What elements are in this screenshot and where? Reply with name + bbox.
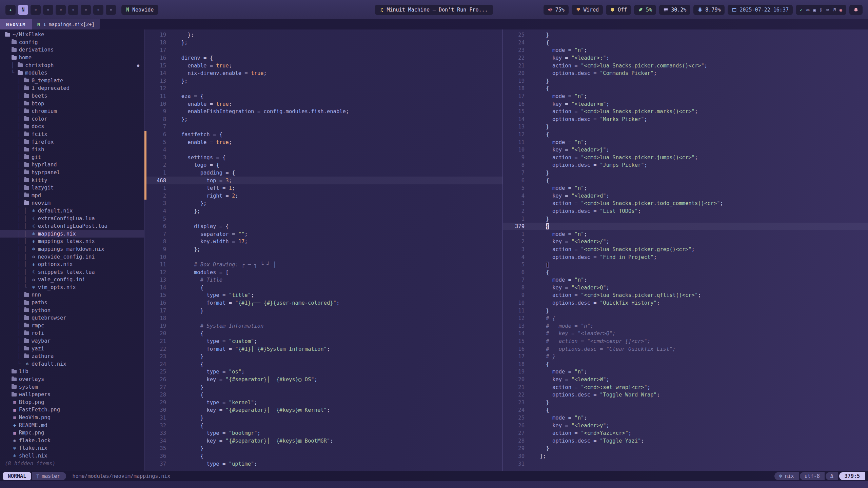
code-line[interactable]: 20 { [144, 330, 502, 338]
code-line[interactable]: 7 } [503, 169, 868, 177]
code-line[interactable]: 1 left = 1; [144, 184, 502, 192]
code-line[interactable]: 21 type = "custom"; [144, 338, 502, 345]
tree-item-kitty[interactable]: │ kitty [0, 176, 144, 184]
tree-item-zathura[interactable]: │ zathura [0, 352, 144, 360]
code-line[interactable]: 18 { [503, 361, 868, 368]
code-line[interactable]: 11 eza = { [144, 93, 502, 100]
tree-item-paths[interactable]: │ paths [0, 299, 144, 307]
tree-item-fcitx[interactable]: │ fcitx [0, 130, 144, 138]
code-line[interactable]: 27 action = "<cmd>Yazi<cr>"; [503, 429, 868, 437]
code-line[interactable]: 15 type = "title"; [144, 291, 502, 299]
tree-item-NixFlake[interactable]: ~/NixFlake [0, 31, 144, 39]
code-line[interactable]: 19 mode = "n"; [503, 368, 868, 376]
tree-item-NeoVim.png[interactable]: ▦NeoVim.png [0, 414, 144, 422]
cpu-pill[interactable]: 8.79% [693, 5, 725, 15]
tree-item-config[interactable]: config [0, 39, 144, 46]
code-line[interactable]: 18 }; [144, 39, 502, 47]
tree-item-mpd[interactable]: │ mpd [0, 191, 144, 199]
code-line[interactable]: 28 { [144, 391, 502, 399]
code-line[interactable]: 11 mode = "n"; [503, 138, 868, 146]
music-icon[interactable]: ♬ [833, 7, 835, 12]
notifications-pill[interactable]: Off [606, 5, 631, 15]
tree-item-mappings.nix[interactable]: │ │ ❄mappings.nix [0, 230, 144, 238]
notification-bell-pill[interactable] [849, 5, 863, 15]
code-line[interactable]: 33 type = "bootmgr"; [144, 429, 502, 437]
code-line[interactable]: 26 key = "{#separator}│ {#keys}▢ OS"; [144, 376, 502, 384]
tree-item-home[interactable]: home [0, 54, 144, 62]
workspace-neovim[interactable]: N [18, 5, 28, 15]
code-line[interactable]: 30 ]; [503, 452, 868, 460]
code-line[interactable]: 9 action = "<cmd>lua Snacks.picker.qflis… [503, 291, 868, 299]
tree-item-modules[interactable]: └ modules [0, 69, 144, 77]
code-line[interactable]: 8 key = "<leader>Q"; [503, 284, 868, 292]
code-line[interactable]: 6 { [503, 177, 868, 184]
code-line[interactable]: 19 } [503, 77, 868, 85]
code-line[interactable]: 15 enable = true; [144, 62, 502, 69]
tree-item-yazi[interactable]: │ yazi [0, 345, 144, 352]
record-icon[interactable]: ◉ [840, 7, 842, 12]
code-line[interactable]: 5 mode = "n"; [503, 184, 868, 192]
code-line[interactable]: 8 options.desc = "Jumps Picker"; [503, 161, 868, 169]
tree-item-system[interactable]: system [0, 383, 144, 391]
code-line[interactable]: 14 { [144, 284, 502, 292]
code-line[interactable]: 8 }; [144, 116, 502, 123]
code-line[interactable]: 22 format = "{#1}│ {#}System Information… [144, 345, 502, 353]
tree-item-flake.lock[interactable]: ◉flake.lock [0, 436, 144, 444]
code-line[interactable]: 7 mode = "n"; [503, 276, 868, 284]
workspace-pinned[interactable]: ✦ [5, 5, 16, 15]
battery-pill[interactable]: 5% [634, 5, 656, 15]
active-app-pill[interactable]: N Neovide [121, 5, 158, 15]
code-line[interactable]: 2 logo = { [144, 161, 502, 169]
tree-item-christoph[interactable]: │ christoph● [0, 61, 144, 69]
code-line[interactable]: 12 # { [503, 314, 868, 322]
code-line[interactable]: 35 } [144, 445, 502, 452]
code-line[interactable]: 9 enableFishIntegration = config.modules… [144, 108, 502, 116]
tree-item-Rmpc.png[interactable]: ▦Rmpc.png [0, 429, 144, 437]
tree-item-fish[interactable]: │ fish [0, 146, 144, 154]
tree-item-shell.nix[interactable]: ❄shell.nix [0, 452, 144, 460]
code-line[interactable]: 23 } [144, 353, 502, 361]
code-line[interactable]: 17 mode = "n"; [503, 93, 868, 100]
tree-item-FastFetch.png[interactable]: ▦FastFetch.png [0, 406, 144, 414]
tree-item-extraConfigLua.lua[interactable]: │ │ ☾extraConfigLua.lua [0, 215, 144, 222]
code-line[interactable]: 3 settings = { [144, 154, 502, 162]
code-line[interactable]: 19 # System Information [144, 322, 502, 330]
code-line[interactable]: 18 [144, 314, 502, 322]
display-icon[interactable]: ▭ [806, 7, 809, 12]
code-line[interactable]: 14 nix-direnv.enable = true; [144, 69, 502, 77]
code-line[interactable]: 468 top = 3; [144, 177, 502, 184]
code-line[interactable]: 9 action = "<cmd>lua Snacks.picker.jumps… [503, 154, 868, 162]
editor-window-left[interactable]: 19 };18 };1716 direnv = {15 enable = tru… [144, 29, 503, 471]
code-line[interactable]: 17 [144, 46, 502, 54]
code-line[interactable]: 30 key = "{#separator}│ {#keys}▤ Kernel"… [144, 406, 502, 414]
tree-item-beets[interactable]: │ beets [0, 92, 144, 100]
tree-item-default.nix[interactable]: └ ❄default.nix [0, 360, 144, 368]
code-line[interactable]: 11 } [503, 307, 868, 314]
code-line[interactable]: 20 key = "<leader>W"; [503, 376, 868, 384]
tree-item-vim_opts.nix[interactable]: │ └ ❄vim_opts.nix [0, 284, 144, 291]
code-line[interactable]: 2 options.desc = "List TODOs"; [503, 207, 868, 215]
code-line[interactable]: 19 }; [144, 31, 502, 39]
system-tray-pill[interactable]: ✓▭▣ᛒ⌨♬◉ [796, 5, 846, 15]
tab-mappings-nix[interactable]: N 1 mappings.nix[2+] [32, 19, 100, 29]
tree-item-lib[interactable]: lib [0, 368, 144, 375]
keyboard-icon[interactable]: ⌨ [826, 7, 829, 12]
tree-item-hyprland[interactable]: │ hyprland [0, 161, 144, 169]
code-line[interactable]: 5 enable = true; [144, 138, 502, 146]
code-line[interactable]: 10 enable = true; [144, 100, 502, 108]
code-line[interactable]: 18 { [503, 85, 868, 93]
code-line[interactable]: 8 key.width = 17; [144, 238, 502, 246]
code-line[interactable]: 23 mode = "n"; [503, 46, 868, 54]
network-pill[interactable]: Wired [572, 5, 603, 15]
code-line[interactable]: 16 format = "{#1}┌── {#}{user-name-color… [144, 299, 502, 307]
code-line[interactable]: 4 options.desc = "Find in Project"; [503, 253, 868, 261]
tree-item-btop[interactable]: │ btop [0, 100, 144, 107]
code-line[interactable]: 5 } [503, 261, 868, 269]
code-line[interactable]: 4 key = "<leader>d"; [503, 192, 868, 200]
code-line[interactable]: 22 key = "<leader>:"; [503, 54, 868, 62]
code-line[interactable]: 16 key = "<leader>m"; [503, 100, 868, 108]
tree-item-flake.nix[interactable]: ❄flake.nix [0, 444, 144, 452]
code-line[interactable]: 3 action = "<cmd>lua Snacks.picker.grep(… [503, 246, 868, 253]
workspace-ws-5[interactable]: ▫ [56, 5, 66, 15]
workspace-ws-7[interactable]: ▫ [81, 5, 91, 15]
